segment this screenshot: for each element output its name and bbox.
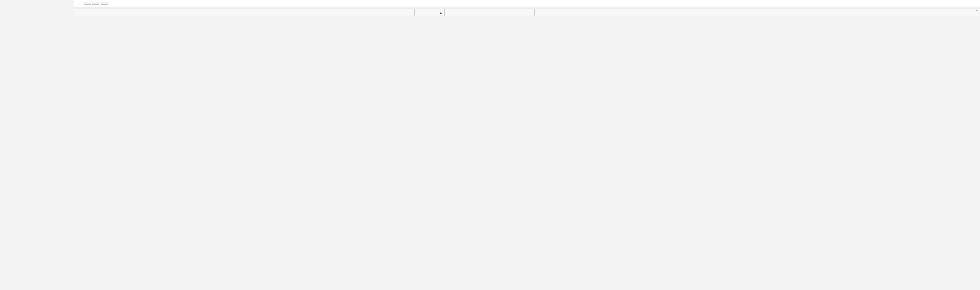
show-before-button[interactable] <box>84 2 91 5</box>
header-retained[interactable] <box>534 9 624 16</box>
header-shallow[interactable] <box>444 9 534 16</box>
sort-asc-icon: ▲ <box>439 11 442 14</box>
heap-snapshot-panel: ≡ ▲ <box>73 0 980 16</box>
show-after-button[interactable] <box>100 2 108 5</box>
show-all-button[interactable] <box>92 2 100 5</box>
header-distance[interactable]: ▲ <box>414 9 444 16</box>
drag-handle-icon[interactable]: ≡ <box>975 8 978 12</box>
pagination-buttons <box>73 0 980 7</box>
header-object[interactable] <box>73 9 414 16</box>
retainers-section-header[interactable]: ≡ <box>73 7 980 9</box>
retainers-header-row: ▲ <box>73 9 980 16</box>
